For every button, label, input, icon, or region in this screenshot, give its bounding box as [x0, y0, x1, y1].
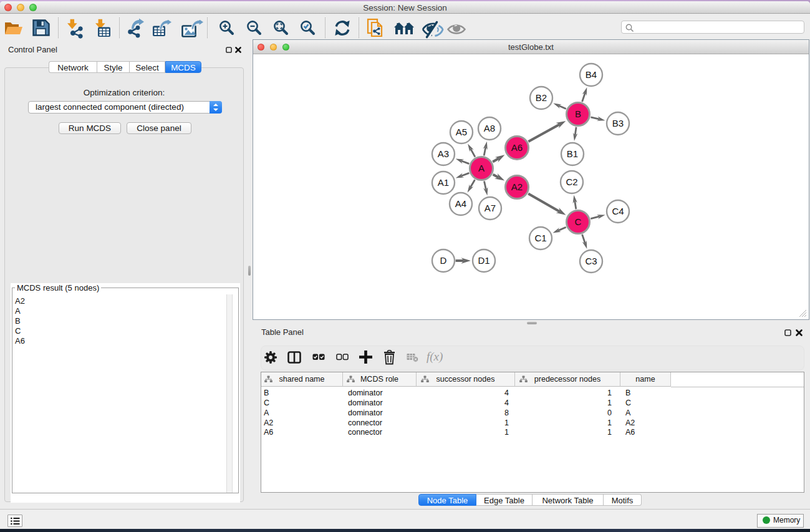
svg-text:B: B	[575, 109, 581, 119]
svg-text:A5: A5	[456, 127, 467, 137]
svg-text:D: D	[440, 255, 447, 266]
svg-text:A: A	[478, 163, 485, 173]
svg-text:A6: A6	[511, 142, 523, 153]
svg-text:A8: A8	[484, 123, 495, 133]
svg-text:A7: A7	[485, 203, 496, 213]
svg-text:B2: B2	[536, 92, 547, 103]
svg-text:C: C	[575, 216, 582, 227]
svg-text:C2: C2	[566, 177, 577, 187]
svg-text:B3: B3	[612, 118, 624, 128]
svg-text:A3: A3	[438, 148, 449, 159]
svg-text:B4: B4	[586, 69, 597, 80]
svg-text:C4: C4	[612, 206, 624, 216]
svg-text:A4: A4	[455, 198, 466, 209]
svg-text:A1: A1	[438, 177, 449, 188]
svg-text:C1: C1	[534, 233, 546, 243]
svg-text:A2: A2	[511, 181, 523, 192]
svg-text:D1: D1	[478, 255, 489, 266]
svg-text:B1: B1	[567, 148, 578, 159]
svg-text:C3: C3	[585, 256, 597, 266]
